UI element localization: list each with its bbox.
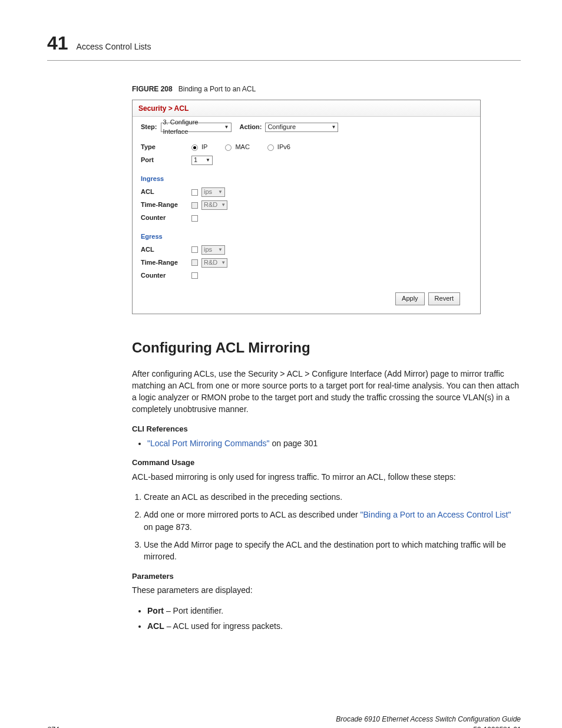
ingress-acl-label: ACL [141, 187, 191, 197]
egress-acl-select[interactable]: ips▼ [201, 245, 225, 255]
apply-button[interactable]: Apply [395, 292, 425, 305]
page-header: 41 Access Control Lists [47, 29, 521, 61]
parameters-heading: Parameters [132, 571, 521, 582]
command-usage-heading: Command Usage [132, 457, 521, 469]
egress-acl-check[interactable] [191, 246, 198, 253]
chapter-title: Access Control Lists [77, 41, 151, 52]
binding-link[interactable]: "Binding a Port to an Access Control Lis… [361, 510, 511, 519]
type-label: Type [141, 143, 191, 152]
egress-acl-label: ACL [141, 245, 191, 255]
chevron-down-icon: ▼ [221, 261, 226, 265]
action-label: Action: [240, 123, 262, 132]
ingress-tr-label: Time-Range [141, 200, 191, 210]
chevron-down-icon: ▼ [218, 248, 223, 252]
ingress-tr-check[interactable] [191, 202, 198, 209]
radio-mac[interactable] [225, 144, 232, 151]
steps-list: Create an ACL as described in the preced… [132, 491, 521, 562]
egress-tr-label: Time-Range [141, 258, 191, 268]
figure-screenshot: Security > ACL Step: 3. Configure Interf… [132, 100, 481, 314]
chapter-number: 41 [47, 29, 68, 57]
step-2: Add one or more mirrored ports to ACL as… [144, 509, 521, 533]
footer-page: 874 [47, 725, 59, 728]
step-3: Use the Add Mirror page to specify the A… [144, 539, 521, 563]
param-acl: ACL – ACL used for ingress packets. [147, 620, 521, 632]
ingress-acl-check[interactable] [191, 189, 198, 196]
command-usage-intro: ACL-based mirroring is only used for ing… [132, 471, 521, 483]
ingress-heading: Ingress [141, 174, 472, 184]
cli-ref-heading: CLI References [132, 424, 521, 435]
param-port: Port – Port identifier. [147, 605, 521, 617]
figure-caption: FIGURE 208 Binding a Port to an ACL [132, 84, 521, 94]
port-select[interactable]: 1▼ [191, 156, 213, 165]
radio-ipv6[interactable] [267, 144, 274, 151]
step-1: Create an ACL as described in the preced… [144, 491, 521, 503]
ingress-acl-select[interactable]: ips▼ [201, 187, 225, 197]
section-heading: Configuring ACL Mirroring [132, 338, 521, 358]
chevron-down-icon: ▼ [221, 203, 226, 207]
port-label: Port [141, 156, 191, 165]
ingress-counter-label: Counter [141, 213, 191, 223]
breadcrumb: Security > ACL [133, 100, 480, 117]
chevron-down-icon: ▼ [218, 190, 223, 195]
cli-ref-link[interactable]: "Local Port Mirroring Commands" [147, 439, 270, 448]
chevron-down-icon: ▼ [206, 158, 210, 163]
ingress-counter-check[interactable] [191, 215, 198, 222]
chevron-down-icon: ▼ [224, 125, 229, 130]
parameters-list: Port – Port identifier. ACL – ACL used f… [132, 605, 521, 633]
egress-tr-select[interactable]: R&D▼ [201, 258, 227, 268]
chevron-down-icon: ▼ [331, 125, 336, 130]
egress-tr-check[interactable] [191, 259, 198, 266]
ingress-tr-select[interactable]: R&D▼ [201, 200, 227, 210]
egress-heading: Egress [141, 232, 472, 242]
page-footer: 874 Brocade 6910 Ethernet Access Switch … [47, 714, 521, 728]
egress-counter-check[interactable] [191, 272, 198, 279]
egress-counter-label: Counter [141, 271, 191, 281]
step-select[interactable]: 3. Configure Interface▼ [161, 123, 232, 132]
revert-button[interactable]: Revert [428, 292, 460, 305]
footer-doc-id: 53-1002581-01 [473, 726, 521, 728]
figure-title: Binding a Port to an ACL [178, 85, 256, 93]
parameters-intro: These parameters are displayed: [132, 584, 521, 596]
footer-doc-title: Brocade 6910 Ethernet Access Switch Conf… [336, 715, 521, 723]
section-intro: After configuring ACLs, use the Security… [132, 368, 521, 416]
radio-ip[interactable] [191, 144, 198, 151]
step-label: Step: [141, 123, 157, 132]
action-select[interactable]: Configure▼ [265, 123, 338, 132]
cli-ref-item: "Local Port Mirroring Commands" on page … [147, 437, 521, 449]
figure-number: FIGURE 208 [132, 85, 173, 93]
